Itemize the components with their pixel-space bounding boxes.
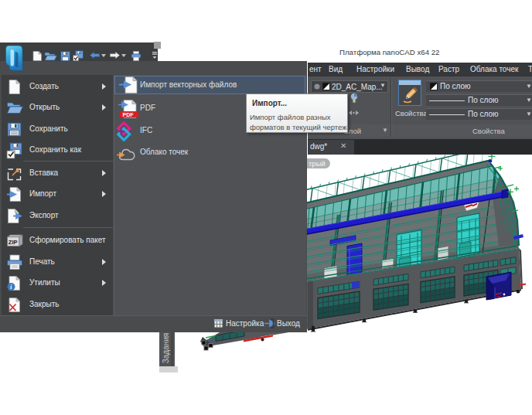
svg-text:ZIP: ZIP: [9, 239, 18, 246]
svg-text:PDF: PDF: [123, 112, 135, 117]
